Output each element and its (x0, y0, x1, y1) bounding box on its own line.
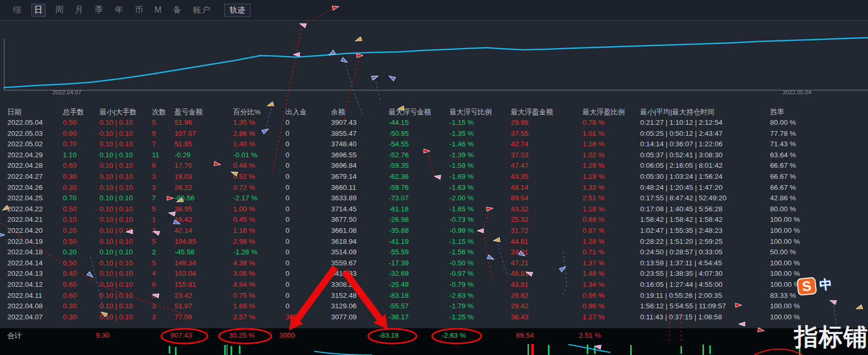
cell-balance: 3633.89 (331, 194, 357, 202)
column-header-max-float-profit-pct[interactable]: 最大浮盈比例 (583, 107, 625, 117)
cell-max-float-profit-pct: 0.71 % (583, 248, 605, 256)
cell-cash-flow: 0 (285, 281, 290, 288)
cell-max-float-loss-pct: -1.63 % (449, 184, 474, 191)
cell-lot-minmax: 0.10 | 0.10 (100, 173, 133, 180)
cell-cash-flow: 0 (285, 205, 290, 213)
cell-pnl: 16.42 (174, 216, 192, 223)
tab-M[interactable]: M (153, 4, 163, 16)
cell-max-float-profit-pct: 0.96 % (583, 292, 605, 299)
cell-total-lots: 0.50 (63, 259, 76, 267)
cell-cash-flow: 0 (285, 292, 290, 299)
cell-date: 2022.04.18 (7, 248, 43, 256)
table-row[interactable]: 2022.04.260.300.10 | 0.10326.220.72 %036… (0, 184, 868, 194)
table-row[interactable]: 2022.04.140.500.10 | 0.105149.344.38 %03… (0, 259, 868, 270)
cell-win-rate: 71.43 % (770, 140, 796, 148)
cell-balance: 3410.33 (331, 270, 357, 277)
column-header-win-rate[interactable]: 胜率 (770, 107, 784, 117)
table-row[interactable]: 2022.04.291.100.10 | 0.1011-0.29-0.01 %0… (0, 151, 868, 162)
table-row[interactable]: 2022.04.200.200.10 | 0.10242.141.16 %036… (0, 227, 868, 237)
cell-lot-minmax: 0.10 | 0.10 (100, 281, 133, 288)
table-header-row: 日期总手数最小|大手数次数盈亏金额百分比%出入金余额最大浮亏金额最大浮亏比例最大… (0, 107, 868, 118)
column-header-max-float-loss[interactable]: 最大浮亏金额 (389, 107, 431, 117)
column-header-pnl-pct[interactable]: 百分比% (233, 107, 261, 117)
cell-max-float-loss-pct: -0.73 % (449, 216, 474, 223)
table-row[interactable]: 2022.04.110.600.10 | 0.10623.420.75 %031… (0, 292, 868, 302)
column-header-max-float-loss-pct[interactable]: 最大浮亏比例 (449, 107, 492, 117)
cell-trade-count: 6 (152, 162, 156, 169)
cell-trade-count: 4 (152, 270, 156, 277)
table-row[interactable]: 2022.05.040.500.10 | 0.10551.961.35 %039… (0, 119, 868, 129)
column-header-pnl[interactable]: 盈亏金额 (174, 107, 203, 117)
cell-max-float-loss: -55.57 (389, 302, 409, 310)
cell-max-float-loss-pct: -1.65 % (449, 205, 474, 213)
table-row[interactable]: 2022.04.130.400.10 | 0.104102.043.08 %03… (0, 270, 868, 280)
cell-max-float-profit: 37.53 (511, 151, 529, 159)
cell-date: 2022.04.19 (7, 238, 43, 245)
tab-综[interactable]: 综 (12, 4, 24, 17)
cell-max-float-profit: 43.32 (511, 205, 529, 213)
cell-pnl-pct: 0.75 % (233, 292, 255, 299)
tab-周[interactable]: 周 (53, 4, 65, 17)
table-row[interactable]: 2022.05.030.900.10 | 0.109107.072.86 %03… (0, 130, 868, 140)
table-row[interactable]: 2022.04.120.600.10 | 0.106155.814.94 %03… (0, 281, 868, 291)
tab-月[interactable]: 月 (73, 4, 85, 17)
cell-date: 2022.04.11 (7, 292, 42, 299)
cell-max-float-loss: -32.69 (389, 270, 409, 277)
tab-日[interactable]: 日 (31, 4, 46, 17)
cell-win-rate: 77.78 % (770, 130, 796, 137)
cell-cash-flow: 3000 (285, 313, 301, 321)
column-header-trade-count[interactable]: 次数 (152, 107, 166, 117)
tab-备[interactable]: 备 (171, 4, 183, 17)
cell-max-float-loss-pct: -1.15 % (449, 238, 474, 245)
table-row[interactable]: 2022.04.080.300.10 | 0.10351.971.69 %031… (0, 302, 868, 313)
table-row[interactable]: 2022.04.280.600.10 | 0.10617.700.48 %036… (0, 162, 868, 172)
cell-trade-count: 5 (152, 259, 156, 267)
cell-lot-minmax: 0.10 | 0.10 (100, 313, 133, 321)
cell-pnl-pct: 2.98 % (233, 238, 255, 245)
cell-total-lots: 0.50 (63, 238, 76, 245)
cell-win-rate: 66.67 % (770, 184, 796, 191)
cell-balance: 3907.43 (331, 119, 357, 126)
table-row[interactable]: 2022.04.180.200.10 | 0.102-45.58-1.28 %0… (0, 248, 868, 259)
cell-max-float-loss-pct: -1.79 % (449, 302, 474, 310)
summary-row[interactable]: 合计9.30907.4330.25 %3000-83.18-2.63 %89.5… (0, 328, 868, 355)
cell-cash-flow: 0 (285, 259, 290, 267)
tab-年[interactable]: 年 (113, 4, 125, 17)
tab-季[interactable]: 季 (93, 4, 105, 17)
cell-pnl-pct: 1.40 % (233, 140, 255, 148)
cell-max-float-loss-pct: -1.39 % (449, 151, 474, 159)
cell-max-float-profit: 43.81 (511, 281, 529, 288)
column-header-date[interactable]: 日期 (7, 107, 21, 117)
cell-balance: 3618.94 (331, 238, 357, 245)
cell-trade-count: 3 (152, 302, 156, 310)
tab-账户[interactable]: 账户 (191, 4, 212, 17)
cell-lot-minmax: 0.10 | 0.10 (100, 205, 133, 213)
table-row[interactable]: 2022.04.190.500.10 | 0.105104.852.98 %03… (0, 238, 868, 248)
table-row[interactable]: 2022.04.250.700.10 | 0.107-80.56-2.17 %0… (0, 194, 868, 205)
column-header-balance[interactable]: 余额 (331, 107, 345, 117)
cell-hold-time: 0:48:24 | 1:20:45 | 1:47:20 (640, 184, 722, 191)
table-row[interactable]: 2022.04.210.100.10 | 0.10116.420.45 %036… (0, 216, 868, 226)
cell-lot-minmax: 0.10 | 0.10 (100, 216, 133, 223)
cell-win-rate: 42.86 % (770, 194, 796, 202)
table-row[interactable]: 2022.04.270.300.10 | 0.10319.030.52 %036… (0, 173, 868, 183)
column-header-cash-flow[interactable]: 出入金 (285, 107, 307, 117)
column-header-max-float-profit[interactable]: 最大浮盈金额 (511, 107, 553, 117)
table-row[interactable]: 2022.04.070.300.10 | 0.10377.092.57 %300… (0, 313, 868, 324)
cell-pnl: 26.22 (174, 184, 192, 191)
table-row[interactable]: 2022.04.220.500.10 | 0.10536.951.00 %037… (0, 205, 868, 216)
column-header-total-lots[interactable]: 总手数 (63, 107, 84, 117)
column-header-lot-minmax[interactable]: 最小|大手数 (100, 107, 137, 117)
cell-total-lots: 0.60 (63, 281, 76, 288)
cell-balance: 3660.11 (331, 184, 356, 191)
cell-pnl-pct: 1.69 % (233, 302, 255, 310)
table-row[interactable]: 2022.05.020.700.10 | 0.10751.851.40 %037… (0, 140, 868, 150)
cell-pnl: -0.29 (174, 151, 191, 159)
cell-total-lots: 0.70 (63, 140, 76, 148)
period-tabs: 综日周月季年币M备账户 (12, 0, 212, 20)
track-button[interactable]: 轨迹 (224, 4, 250, 17)
tab-币[interactable]: 币 (133, 4, 145, 17)
column-header-hold-time[interactable]: 最小|平均|最大持仓时间 (640, 107, 715, 117)
summary-cell: -83.18 (379, 331, 399, 339)
cell-total-lots: 0.30 (63, 302, 76, 310)
